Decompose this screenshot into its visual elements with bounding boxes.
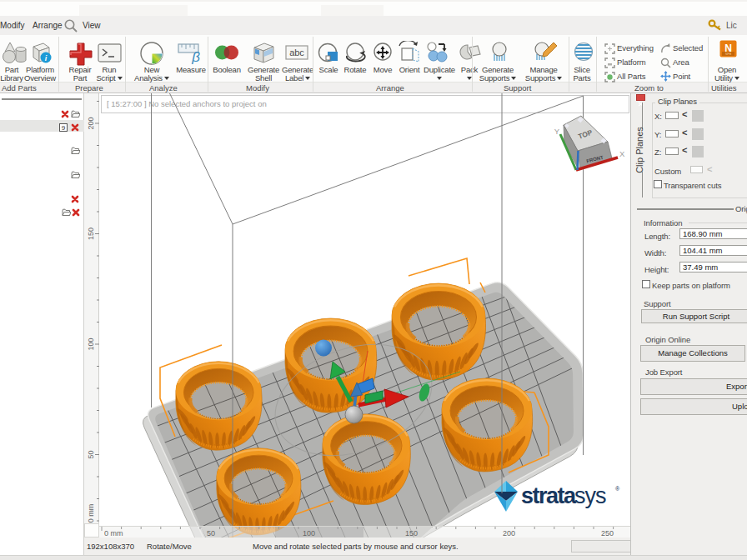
svg-text:[ 15:27:00 ] No selected ancho: [ 15:27:00 ] No selected anchors to proj… xyxy=(107,99,267,108)
svg-text:100: 100 xyxy=(87,338,95,350)
svg-text:®: ® xyxy=(615,486,620,492)
svg-text:50: 50 xyxy=(87,450,95,458)
svg-text:50: 50 xyxy=(207,529,215,538)
svg-text:abc: abc xyxy=(289,48,304,58)
svg-text:250: 250 xyxy=(601,529,614,538)
svg-text:Y: Y xyxy=(554,127,560,136)
svg-text:200: 200 xyxy=(503,529,515,538)
svg-text:0 mm: 0 mm xyxy=(87,504,95,523)
svg-text:150: 150 xyxy=(405,529,418,538)
svg-text:150: 150 xyxy=(87,228,95,240)
svg-text:X: X xyxy=(619,149,625,158)
svg-text:100: 100 xyxy=(303,529,315,538)
svg-text:NFB: NFB xyxy=(725,52,732,56)
svg-text:0 mm: 0 mm xyxy=(104,529,123,538)
svg-text:sys: sys xyxy=(574,483,606,508)
svg-text:strata: strata xyxy=(521,483,577,508)
svg-text:200: 200 xyxy=(87,117,95,129)
svg-text:β: β xyxy=(191,49,200,64)
